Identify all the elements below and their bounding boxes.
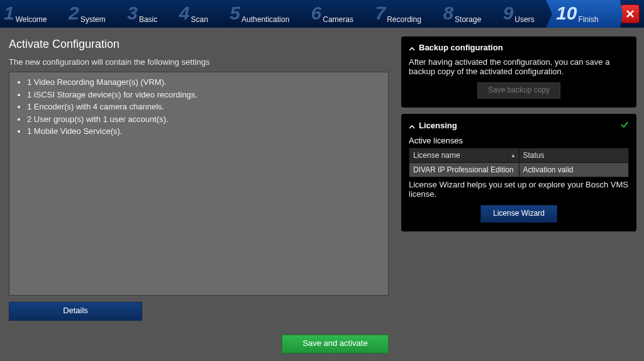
wizard-step-label: Basic bbox=[139, 15, 157, 24]
backup-panel-header[interactable]: Backup configuration bbox=[409, 43, 629, 52]
check-icon bbox=[620, 120, 629, 131]
main-content: Activate Configuration The new configura… bbox=[0, 28, 397, 361]
wizard-step-label: System bbox=[80, 15, 106, 24]
licensing-panel: Licensing Active licenses License name▲ … bbox=[401, 114, 636, 231]
wizard-step-label: Scan bbox=[191, 15, 208, 24]
save-backup-button: Save backup copy bbox=[477, 82, 560, 99]
page-title: Activate Configuration bbox=[9, 38, 389, 51]
wizard-step-finish[interactable]: 10Finish bbox=[552, 0, 616, 28]
wizard-step-basic[interactable]: 3Basic bbox=[123, 0, 175, 28]
page-subtitle: The new configuration will contain the f… bbox=[9, 57, 389, 67]
wizard-step-number: 8 bbox=[443, 4, 453, 23]
wizard-step-number: 10 bbox=[556, 4, 577, 23]
wizard-step-label: Cameras bbox=[323, 15, 353, 24]
wizard-step-label: Finish bbox=[579, 15, 599, 24]
config-item: 1 Mobile Video Service(s). bbox=[27, 125, 384, 138]
backup-panel-title: Backup configuration bbox=[419, 43, 503, 52]
config-item: 1 iSCSI Storage device(s) for video reco… bbox=[27, 89, 384, 101]
wizard-step-number: 5 bbox=[230, 4, 240, 23]
configuration-summary-list: 1 Video Recording Manager(s) (VRM).1 iSC… bbox=[16, 76, 384, 138]
wizard-step-welcome[interactable]: 1Welcome bbox=[0, 0, 65, 28]
sort-ascending-icon: ▲ bbox=[511, 152, 516, 158]
config-item: 1 Encoder(s) with 4 camera channels. bbox=[27, 101, 384, 113]
license-row[interactable]: DIVAR IP Professional EditionActivation … bbox=[409, 163, 629, 177]
wizard-step-number: 7 bbox=[375, 4, 386, 23]
configuration-summary-box: 1 Video Recording Manager(s) (VRM).1 iSC… bbox=[9, 72, 389, 296]
config-item: 2 User group(s) with 1 user account(s). bbox=[27, 113, 384, 126]
side-panels: Backup configuration After having activa… bbox=[397, 28, 644, 361]
close-button[interactable] bbox=[621, 4, 640, 23]
save-and-activate-button[interactable]: Save and activate bbox=[282, 335, 389, 353]
wizard-step-label: Recording bbox=[387, 15, 421, 24]
wizard-step-label: Users bbox=[514, 15, 534, 24]
chevron-up-icon bbox=[409, 123, 415, 129]
wizard-step-number: 6 bbox=[311, 4, 322, 23]
wizard-step-number: 1 bbox=[4, 4, 14, 23]
wizard-step-cameras[interactable]: 6Cameras bbox=[308, 0, 372, 28]
details-button[interactable]: Details bbox=[9, 302, 142, 321]
licensing-help-text: License Wizard helps you set up or explo… bbox=[409, 180, 629, 199]
backup-panel-text: After having activated the configuration… bbox=[409, 57, 629, 76]
wizard-step-number: 2 bbox=[69, 4, 79, 23]
licensing-panel-title: Licensing bbox=[419, 121, 457, 130]
wizard-step-scan[interactable]: 4Scan bbox=[175, 0, 226, 28]
wizard-step-number: 4 bbox=[179, 4, 190, 23]
chevron-up-icon bbox=[409, 45, 415, 51]
wizard-step-number: 3 bbox=[127, 4, 138, 23]
license-status-cell: Activation valid bbox=[519, 163, 629, 177]
wizard-step-label: Storage bbox=[455, 15, 481, 24]
license-col-status[interactable]: Status bbox=[519, 148, 629, 163]
wizard-step-label: Welcome bbox=[16, 15, 47, 24]
license-table: License name▲ Status DIVAR IP Profession… bbox=[409, 148, 629, 177]
wizard-step-users[interactable]: 9Users bbox=[499, 0, 553, 28]
active-licenses-label: Active licenses bbox=[409, 136, 629, 145]
license-name-cell: DIVAR IP Professional Edition bbox=[409, 163, 519, 177]
license-wizard-button[interactable]: License Wizard bbox=[480, 205, 557, 223]
wizard-step-number: 9 bbox=[503, 4, 514, 23]
wizard-step-bar: 1Welcome2System3Basic4Scan5Authenticatio… bbox=[0, 0, 644, 28]
wizard-step-system[interactable]: 2System bbox=[65, 0, 123, 28]
license-col-name[interactable]: License name▲ bbox=[409, 148, 519, 163]
licensing-panel-header[interactable]: Licensing bbox=[409, 120, 629, 131]
backup-panel: Backup configuration After having activa… bbox=[401, 36, 636, 108]
wizard-step-authentication[interactable]: 5Authentication bbox=[226, 0, 307, 28]
config-item: 1 Video Recording Manager(s) (VRM). bbox=[27, 76, 384, 89]
wizard-step-recording[interactable]: 7Recording bbox=[371, 0, 439, 28]
wizard-step-label: Authentication bbox=[242, 15, 289, 24]
wizard-step-storage[interactable]: 8Storage bbox=[439, 0, 499, 28]
